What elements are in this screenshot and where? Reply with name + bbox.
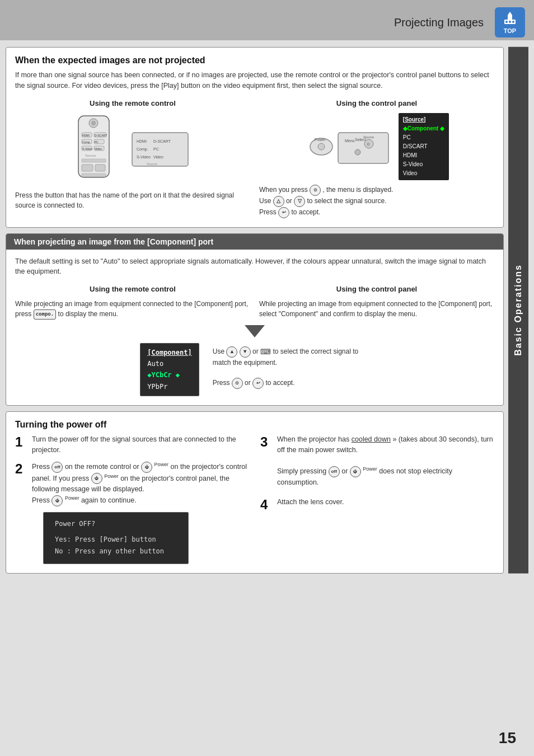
step1-text: Turn the power off for the signal source… — [32, 434, 249, 456]
svg-point-42 — [355, 149, 360, 155]
step2-text-b: on the remote control or — [65, 463, 139, 471]
power-btn1: ⏻ — [141, 462, 152, 473]
power-off-box: Power OFF? Yes: Press [Power] button No … — [43, 512, 189, 564]
remote-illustration: HDMI D-SCART Comp. PC S-Video Video — [73, 113, 193, 186]
step4-text: Attach the lens cover. — [277, 497, 494, 508]
step2-text-e: Press — [32, 496, 50, 504]
svg-text:D-SCART: D-SCART — [153, 139, 171, 143]
component-remote-title: Using the remote control — [15, 285, 250, 293]
svg-text:⊙: ⊙ — [367, 142, 370, 146]
component-instructions: Use ▲ ▼ or ⌨ to select the correct signa… — [213, 343, 369, 389]
power-btn2: ⏻ — [91, 473, 102, 484]
power-off-title: Turning the power off — [15, 420, 494, 430]
remote-col-title: Using the remote control — [15, 99, 250, 107]
power-off-line2: Yes: Press [Power] button — [55, 534, 177, 546]
svg-rect-24 — [95, 165, 105, 171]
svg-rect-23 — [82, 165, 93, 171]
instr6: to accept. — [265, 379, 294, 387]
main-content: When the expected images are not project… — [0, 40, 534, 580]
step3-text-a: When the projector has — [277, 435, 349, 443]
section-component: When projecting an image from the [Compo… — [6, 233, 504, 406]
svg-point-4 — [509, 21, 511, 23]
panel-col-title: Using the control panel — [259, 99, 494, 107]
content-area: When the expected images are not project… — [6, 47, 504, 574]
instr1: Use — [213, 348, 224, 355]
component-remote-col: Using the remote control While projectin… — [15, 285, 250, 320]
svg-text:PC: PC — [95, 140, 99, 144]
component-body: The default setting is set to "Auto" to … — [6, 250, 503, 406]
component-panel-col: Using the control panel While projecting… — [259, 285, 494, 320]
svg-text:Video: Video — [153, 155, 163, 159]
panel-desc5: to select the signal source. — [307, 197, 386, 205]
up-btn: ▲ — [226, 346, 237, 358]
svg-point-35 — [318, 143, 325, 150]
source-button-icon: ⊙ — [310, 185, 321, 196]
svg-rect-22 — [82, 159, 106, 162]
step1: 1 Turn the power off for the signal sour… — [15, 434, 249, 456]
remote-desc: Press the button that has the name of th… — [15, 190, 250, 210]
top-label: TOP — [504, 27, 516, 34]
section-not-projected: When the expected images are not project… — [6, 47, 504, 228]
instr2: or — [252, 348, 259, 355]
accept-button-icon: ↩ — [278, 207, 289, 218]
svg-text:S-Video: S-Video — [137, 155, 151, 159]
component-bottom: [Component] Auto ◆YCbCr ◆ YPbPr Use ▲ ▼ … — [15, 343, 494, 397]
step3-text-c: Simply pressing — [277, 468, 326, 476]
arrow-down-icon — [245, 325, 265, 337]
step-columns: 1 Turn the power off for the signal sour… — [15, 434, 494, 564]
panel-desc1: When you press — [259, 186, 308, 194]
down-btn: ▼ — [240, 346, 251, 358]
top-icon[interactable]: TOP — [495, 7, 525, 37]
step2-number: 2 — [15, 461, 27, 477]
svg-point-5 — [512, 21, 514, 23]
svg-text:HDMI: HDMI — [137, 139, 147, 143]
component-menu-ycbcr: ◆YCbCr ◆ — [147, 369, 191, 381]
page-title: Projecting Images — [394, 16, 484, 29]
step4-number: 4 — [260, 497, 273, 513]
section-power-off: Turning the power off 1 Turn the power o… — [6, 411, 504, 574]
source-menu-item6: Video — [403, 169, 444, 178]
component-menu-ypbpr: YPbPr — [147, 381, 191, 392]
component-menu-auto: Auto — [147, 358, 191, 369]
remote-col: Using the remote control — [15, 99, 250, 218]
select-btn: ↩ — [252, 378, 264, 389]
steps-right: 3 When the projector has cooled down » (… — [260, 434, 494, 564]
svg-text:Comp.: Comp. — [82, 140, 91, 144]
up-arrow-icon: △ — [273, 196, 284, 207]
panel-desc: When you press ⊙ , the menu is displayed… — [259, 185, 494, 218]
numpad-icon: ⌨ — [260, 348, 271, 356]
power-off-line1: Power OFF? — [55, 518, 177, 530]
component-panel-desc: While projecting an image from equipment… — [259, 299, 494, 319]
component-remote-desc: While projecting an image from equipment… — [15, 299, 250, 320]
power-off-line3: No : Press any other button — [55, 546, 177, 558]
panel-desc2: , the menu is displayed. — [322, 186, 393, 194]
component-menu-title: [Component] — [147, 347, 191, 358]
panel-desc3: Use — [259, 197, 271, 205]
source-menu-title: [Source] — [403, 115, 444, 124]
section1-columns: Using the remote control — [15, 99, 494, 218]
component-remote-desc2: to display the menu. — [58, 310, 118, 318]
svg-text:Select: Select — [355, 138, 366, 142]
compo-button: compo. — [34, 309, 57, 320]
step2-text-f: again to continue. — [81, 496, 137, 504]
component-menu: [Component] Auto ◆YCbCr ◆ YPbPr — [140, 343, 199, 397]
power-btn3: ⏻ — [51, 495, 63, 506]
svg-text:D-SCART: D-SCART — [95, 134, 107, 137]
cooled-down-link: cooled down — [352, 435, 391, 443]
component-intro: The default setting is set to "Auto" to … — [15, 256, 494, 278]
source-menu-item5: S-Video — [403, 160, 444, 169]
source-menu-item1: ◆Component ◆ — [403, 124, 444, 133]
component-header: When projecting an image from the [Compo… — [6, 234, 503, 250]
section1-intro: If more than one signal source has been … — [15, 70, 494, 91]
side-tab-label: Basic Operations — [513, 265, 523, 356]
accept-btn2: ⊙ — [232, 378, 243, 389]
svg-text:S-Video: S-Video — [82, 147, 92, 151]
svg-rect-1 — [508, 15, 512, 20]
step4: 4 Attach the lens cover. — [260, 497, 494, 513]
off-btn1: off — [51, 462, 63, 473]
step3-text-d: or — [341, 468, 348, 476]
remote-diagram: HDMI D-SCART Comp. PC S-Video Video — [15, 113, 250, 186]
svg-text:Source: Source — [85, 154, 96, 157]
svg-text:HDMI: HDMI — [82, 134, 90, 137]
instr5: or — [245, 379, 251, 387]
